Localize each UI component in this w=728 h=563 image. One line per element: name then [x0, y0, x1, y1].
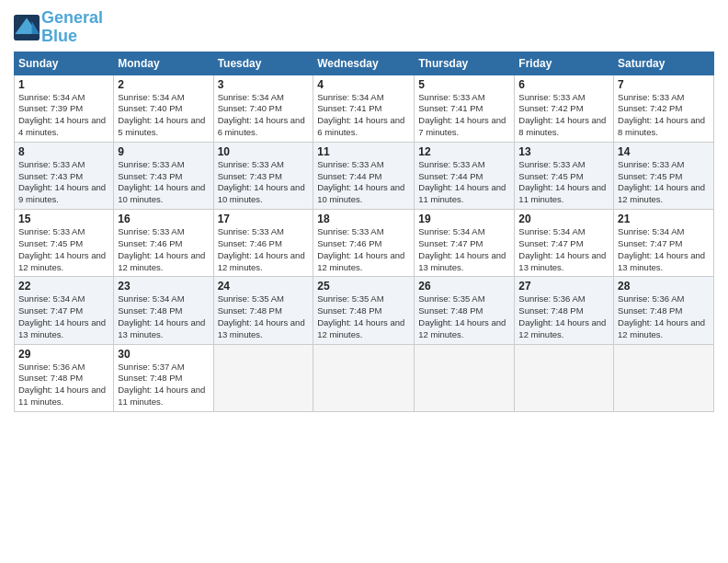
calendar-cell: 22Sunrise: 5:34 AMSunset: 7:47 PMDayligh…	[15, 277, 114, 344]
calendar-cell: 11Sunrise: 5:33 AMSunset: 7:44 PMDayligh…	[313, 142, 415, 209]
day-number: 4	[317, 78, 410, 91]
day-number: 8	[18, 145, 109, 158]
day-number: 1	[18, 78, 109, 91]
calendar-cell: 19Sunrise: 5:34 AMSunset: 7:47 PMDayligh…	[415, 210, 515, 277]
calendar-cell: 13Sunrise: 5:33 AMSunset: 7:45 PMDayligh…	[515, 142, 614, 209]
day-info: Sunrise: 5:33 AMSunset: 7:46 PMDaylight:…	[118, 226, 209, 273]
day-info: Sunrise: 5:34 AMSunset: 7:47 PMDaylight:…	[518, 226, 609, 273]
col-header-wednesday: Wednesday	[313, 52, 415, 75]
calendar-cell: 6Sunrise: 5:33 AMSunset: 7:42 PMDaylight…	[515, 75, 614, 142]
calendar-cell: 17Sunrise: 5:33 AMSunset: 7:46 PMDayligh…	[213, 210, 313, 277]
logo: GeneralBlue	[14, 9, 103, 46]
col-header-thursday: Thursday	[415, 52, 515, 75]
day-info: Sunrise: 5:33 AMSunset: 7:46 PMDaylight:…	[218, 226, 310, 273]
day-number: 20	[518, 213, 609, 225]
day-number: 13	[518, 145, 609, 158]
day-info: Sunrise: 5:34 AMSunset: 7:40 PMDaylight:…	[118, 92, 209, 139]
calendar-cell	[213, 344, 313, 411]
calendar-cell: 9Sunrise: 5:33 AMSunset: 7:43 PMDaylight…	[114, 142, 213, 209]
calendar-cell: 25Sunrise: 5:35 AMSunset: 7:48 PMDayligh…	[313, 277, 415, 344]
day-info: Sunrise: 5:33 AMSunset: 7:46 PMDaylight:…	[317, 226, 410, 273]
day-number: 2	[118, 78, 209, 91]
day-number: 6	[518, 78, 609, 91]
calendar-cell: 20Sunrise: 5:34 AMSunset: 7:47 PMDayligh…	[515, 210, 614, 277]
day-number: 25	[317, 280, 410, 293]
day-number: 19	[418, 213, 510, 225]
calendar-cell: 5Sunrise: 5:33 AMSunset: 7:41 PMDaylight…	[415, 75, 515, 142]
day-info: Sunrise: 5:34 AMSunset: 7:47 PMDaylight:…	[618, 226, 710, 273]
calendar-cell: 15Sunrise: 5:33 AMSunset: 7:45 PMDayligh…	[15, 210, 114, 277]
page-header: GeneralBlue	[14, 9, 714, 46]
calendar-cell: 29Sunrise: 5:36 AMSunset: 7:48 PMDayligh…	[15, 344, 114, 411]
day-info: Sunrise: 5:35 AMSunset: 7:48 PMDaylight:…	[317, 293, 410, 340]
day-number: 21	[618, 213, 710, 225]
calendar-cell: 12Sunrise: 5:33 AMSunset: 7:44 PMDayligh…	[415, 142, 515, 209]
day-number: 3	[218, 78, 310, 91]
day-number: 26	[418, 280, 510, 293]
calendar-cell: 27Sunrise: 5:36 AMSunset: 7:48 PMDayligh…	[515, 277, 614, 344]
calendar-cell: 10Sunrise: 5:33 AMSunset: 7:43 PMDayligh…	[213, 142, 313, 209]
calendar-cell: 23Sunrise: 5:34 AMSunset: 7:48 PMDayligh…	[114, 277, 213, 344]
calendar-cell: 4Sunrise: 5:34 AMSunset: 7:41 PMDaylight…	[313, 75, 415, 142]
day-number: 12	[418, 145, 510, 158]
day-number: 10	[218, 145, 310, 158]
calendar-cell	[515, 344, 614, 411]
col-header-sunday: Sunday	[15, 52, 114, 75]
calendar-cell: 26Sunrise: 5:35 AMSunset: 7:48 PMDayligh…	[415, 277, 515, 344]
day-number: 18	[317, 213, 410, 225]
day-info: Sunrise: 5:36 AMSunset: 7:48 PMDaylight:…	[18, 362, 109, 408]
day-number: 29	[18, 348, 109, 361]
day-info: Sunrise: 5:36 AMSunset: 7:48 PMDaylight:…	[618, 293, 710, 340]
day-number: 15	[18, 213, 109, 225]
day-info: Sunrise: 5:33 AMSunset: 7:44 PMDaylight:…	[317, 159, 410, 206]
day-number: 7	[618, 78, 710, 91]
day-info: Sunrise: 5:35 AMSunset: 7:48 PMDaylight:…	[418, 293, 510, 340]
day-number: 16	[118, 213, 209, 225]
day-number: 14	[618, 145, 710, 158]
day-info: Sunrise: 5:33 AMSunset: 7:43 PMDaylight:…	[218, 159, 310, 206]
day-number: 9	[118, 145, 209, 158]
day-info: Sunrise: 5:33 AMSunset: 7:42 PMDaylight:…	[618, 92, 710, 139]
day-number: 23	[118, 280, 209, 293]
calendar-cell	[313, 344, 415, 411]
calendar-cell: 8Sunrise: 5:33 AMSunset: 7:43 PMDaylight…	[15, 142, 114, 209]
day-number: 24	[218, 280, 310, 293]
calendar-cell	[614, 344, 714, 411]
calendar-cell: 21Sunrise: 5:34 AMSunset: 7:47 PMDayligh…	[614, 210, 714, 277]
calendar-cell: 1Sunrise: 5:34 AMSunset: 7:39 PMDaylight…	[15, 75, 114, 142]
day-info: Sunrise: 5:33 AMSunset: 7:45 PMDaylight:…	[18, 226, 109, 273]
day-info: Sunrise: 5:37 AMSunset: 7:48 PMDaylight:…	[118, 362, 209, 408]
calendar-cell: 16Sunrise: 5:33 AMSunset: 7:46 PMDayligh…	[114, 210, 213, 277]
day-info: Sunrise: 5:33 AMSunset: 7:43 PMDaylight:…	[118, 159, 209, 206]
logo-icon	[14, 15, 40, 40]
day-number: 30	[118, 348, 209, 361]
calendar-cell: 7Sunrise: 5:33 AMSunset: 7:42 PMDaylight…	[614, 75, 714, 142]
day-info: Sunrise: 5:33 AMSunset: 7:41 PMDaylight:…	[418, 92, 510, 139]
day-info: Sunrise: 5:34 AMSunset: 7:39 PMDaylight:…	[18, 92, 109, 139]
day-info: Sunrise: 5:33 AMSunset: 7:42 PMDaylight:…	[518, 92, 609, 139]
logo-text: GeneralBlue	[41, 9, 103, 46]
calendar-cell: 3Sunrise: 5:34 AMSunset: 7:40 PMDaylight…	[213, 75, 313, 142]
day-info: Sunrise: 5:36 AMSunset: 7:48 PMDaylight:…	[518, 293, 609, 340]
day-number: 22	[18, 280, 109, 293]
day-info: Sunrise: 5:33 AMSunset: 7:45 PMDaylight:…	[518, 159, 609, 206]
calendar-cell	[415, 344, 515, 411]
day-info: Sunrise: 5:34 AMSunset: 7:48 PMDaylight:…	[118, 293, 209, 340]
day-info: Sunrise: 5:33 AMSunset: 7:45 PMDaylight:…	[618, 159, 710, 206]
calendar-cell: 30Sunrise: 5:37 AMSunset: 7:48 PMDayligh…	[114, 344, 213, 411]
calendar-cell: 28Sunrise: 5:36 AMSunset: 7:48 PMDayligh…	[614, 277, 714, 344]
day-number: 28	[618, 280, 710, 293]
day-number: 11	[317, 145, 410, 158]
day-number: 17	[218, 213, 310, 225]
day-number: 27	[518, 280, 609, 293]
col-header-saturday: Saturday	[614, 52, 714, 75]
day-info: Sunrise: 5:34 AMSunset: 7:41 PMDaylight:…	[317, 92, 410, 139]
day-info: Sunrise: 5:35 AMSunset: 7:48 PMDaylight:…	[218, 293, 310, 340]
day-number: 5	[418, 78, 510, 91]
day-info: Sunrise: 5:33 AMSunset: 7:44 PMDaylight:…	[418, 159, 510, 206]
day-info: Sunrise: 5:33 AMSunset: 7:43 PMDaylight:…	[18, 159, 109, 206]
col-header-tuesday: Tuesday	[213, 52, 313, 75]
calendar-cell: 2Sunrise: 5:34 AMSunset: 7:40 PMDaylight…	[114, 75, 213, 142]
day-info: Sunrise: 5:34 AMSunset: 7:47 PMDaylight:…	[418, 226, 510, 273]
calendar-cell: 18Sunrise: 5:33 AMSunset: 7:46 PMDayligh…	[313, 210, 415, 277]
